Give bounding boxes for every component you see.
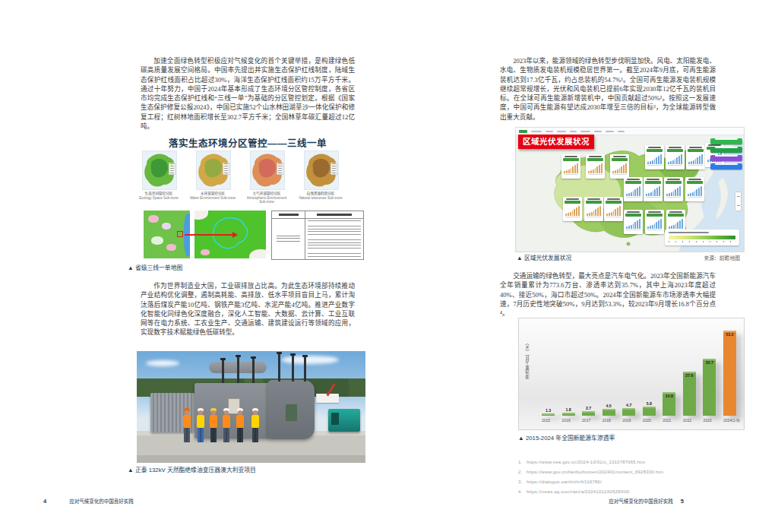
- zone-detail-row: [141, 211, 362, 258]
- chart-bar-group: 14.82021: [663, 325, 675, 416]
- worker-figure: [182, 406, 191, 453]
- nev-chart-plot: 1.320151.820162.720174.520184.720195.820…: [542, 325, 736, 416]
- bar-x-label: 2016: [562, 418, 571, 423]
- zone-map-water: 水环境管控分区Water Environment Sub-zone: [196, 150, 229, 204]
- map-zoom-control[interactable]: [735, 192, 742, 211]
- worker-figure: [236, 406, 245, 453]
- footnote: 2.https://www.gov.cn/lianbo/bumen/202401…: [518, 467, 663, 477]
- bar-2015: [542, 413, 555, 416]
- chart-bar-group: 4.72019: [622, 325, 635, 416]
- bar-2018: [602, 409, 615, 416]
- footer-title: 应对气候变化的中国良好实践: [609, 497, 673, 505]
- bar-2023: 35.7: [703, 359, 716, 416]
- control-requirements-table: [271, 211, 364, 260]
- bar-value-label: 14.8: [663, 394, 675, 398]
- bar-2021: 14.8: [663, 392, 675, 416]
- map-legend: [330, 163, 337, 175]
- map-layer-button[interactable]: [710, 147, 742, 153]
- footer-title: 应对气候变化的中国良好实践: [69, 497, 134, 505]
- chart-bar-group: 1.82016: [562, 325, 575, 416]
- worker-figure: [222, 406, 231, 453]
- pv-province-card: [584, 197, 603, 221]
- bar-x-label: 2015: [542, 418, 550, 423]
- chart-bar-group: 4.52018: [602, 325, 615, 416]
- footnote-link[interactable]: https://www.gov.cn/lianbo/bumen/202401/c…: [527, 467, 663, 477]
- map-legend: [169, 163, 176, 175]
- cabinet: [286, 404, 297, 421]
- bar-value-label: 4.5: [606, 404, 612, 408]
- pv-province-card: [624, 177, 643, 201]
- bar-value-label: 1.3: [546, 408, 551, 413]
- map-layer-button[interactable]: [710, 163, 742, 169]
- zone-map-atmosphere: 大气环境管控分区Atmospheric Environment Sub-zone: [250, 150, 283, 204]
- map-legend: [223, 163, 229, 175]
- landuse-overview-map: [144, 211, 190, 258]
- worker-figure: [209, 406, 218, 453]
- zone-map-ecology: 生态空间管控分区Ecology Space Sub-zone: [142, 150, 176, 204]
- chart-bar-group: 2.72017: [582, 325, 595, 416]
- bar-2022: 27.6: [683, 372, 696, 416]
- footnote-link[interactable]: https://www.nea.gov.cn/2024-10/31/c_1310…: [527, 458, 645, 467]
- chart-bar-group: 53.32024(1-9): [723, 325, 736, 416]
- zone-map-caption-en: Water Environment Sub-zone: [189, 196, 236, 201]
- map-legend: [277, 163, 283, 175]
- bar-x-label: 2023: [703, 418, 711, 423]
- bar-2019: [622, 408, 635, 416]
- bar-value-label: 2.7: [586, 406, 591, 410]
- pv-province-card: [586, 154, 605, 179]
- pv-province-card: [604, 197, 623, 221]
- pv-province-card: [624, 210, 643, 234]
- chart-y-axis-label: 渗透率占比（%）: [524, 340, 530, 378]
- pv-province-card: [644, 177, 663, 201]
- pv-map-badge: 区域光伏发展状况: [518, 135, 594, 149]
- photo-caption: ▲ 正泰 132kV 天然酯绝缘油变压器澳大利亚项目: [128, 465, 256, 473]
- generator-unit: [328, 409, 360, 432]
- paragraph-industry: 作为世界制造业大国，工业碳排放占比高。为此生态环境部持续推动产业结构优化调整，遏…: [141, 281, 355, 337]
- bar-value-label: 5.8: [647, 401, 652, 406]
- chart-bar-group: 1.32015: [542, 325, 555, 416]
- bar-value-label: 4.7: [626, 403, 631, 407]
- worker-figure: [251, 406, 260, 453]
- bar-value-label: 27.6: [683, 373, 696, 378]
- zone-map-resources: 自然资源利用分区Natural resources Sub-zone: [304, 150, 337, 204]
- zone-map-caption-en: Ecology Space Sub-zone: [135, 196, 182, 201]
- pv-province-card: [645, 210, 664, 234]
- worker-figure: [196, 406, 205, 453]
- page-number: 5: [681, 498, 684, 505]
- pv-map-caption: ▲ 区域光伏发展状况: [517, 253, 571, 261]
- bar-value-label: 35.7: [703, 360, 716, 365]
- footnote-link[interactable]: https://news.qq.com/rain/a/20241012A05Z8…: [527, 487, 629, 497]
- bar-2024(1-9): 53.3: [723, 331, 736, 416]
- pv-province-card: [561, 154, 580, 179]
- pv-map-source: 来源：前瞻地图: [704, 254, 740, 261]
- bar-x-label: 2019: [622, 418, 631, 423]
- chart-bar-group: 35.72023: [703, 325, 716, 416]
- bar-2017: [582, 411, 595, 416]
- pv-province-card: [664, 177, 683, 201]
- zone-map-caption-en: Atmospheric Environment Sub-zone: [243, 196, 290, 204]
- map-layer-button[interactable]: [710, 138, 742, 144]
- zoom-source-marker: [177, 231, 183, 237]
- footnote-link[interactable]: https://dialogue.earth/zh/4/116780/: [527, 477, 602, 487]
- bar-x-label: 2024(1-9): [723, 418, 740, 423]
- province-zone-maps-row: 生态空间管控分区Ecology Space Sub-zone 水环境管控分区Wa…: [141, 150, 362, 204]
- zoom-arrow: [185, 234, 233, 236]
- pv-province-card: [645, 145, 664, 169]
- paragraph-transport: 交通运输的绿色转型，最大亮点是汽车电气化。2023年全国新能源汽车全年销量累计为…: [500, 271, 716, 318]
- map-logo: [519, 130, 527, 133]
- nev-penetration-chart: 渗透率占比（%） 1.320151.820162.720174.520184.7…: [518, 318, 745, 430]
- chart-caption: ▲ 2015-2024 年全国新能源车渗透率: [518, 433, 615, 442]
- bar-value-label: 1.8: [565, 407, 571, 412]
- pv-province-card: [666, 145, 685, 169]
- footer-right: 应对气候变化的中国良好实践 5: [500, 497, 684, 505]
- map-layer-button[interactable]: [710, 155, 742, 161]
- bar-x-label: 2017: [582, 418, 590, 423]
- chart-bar-group: 27.62022: [683, 325, 696, 416]
- chart-bar-group: 5.82020: [643, 325, 656, 416]
- page-number: 4: [43, 498, 46, 505]
- map-layer-buttons: [710, 136, 742, 171]
- transformer-project-photo: [137, 351, 365, 463]
- bar-2016: [562, 413, 575, 416]
- pv-province-card: [685, 177, 704, 201]
- footnote: 3.https://dialogue.earth/zh/4/116780/: [518, 477, 663, 487]
